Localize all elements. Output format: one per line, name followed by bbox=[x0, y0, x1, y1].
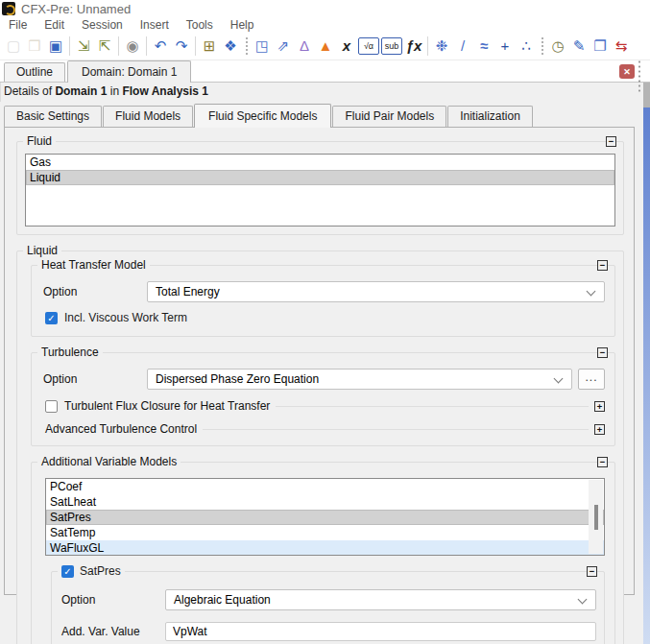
avm-listbox[interactable]: PCoefSatLheatSatPresSatTempWaFluxGL bbox=[45, 478, 605, 556]
panel-splitter-handle[interactable] bbox=[638, 60, 642, 94]
details-header: Details of Domain 1 in Flow Analysis 1 bbox=[0, 83, 650, 102]
ignition-icon[interactable]: ▲ bbox=[315, 36, 336, 57]
open-case-icon: ❒ bbox=[24, 36, 45, 57]
subroutine-icon[interactable]: sub bbox=[381, 37, 402, 55]
report-box-icon[interactable]: ❐ bbox=[590, 36, 611, 57]
workspace-tab-row: Outline Domain: Domain 1 bbox=[0, 60, 650, 83]
satpres-option-select[interactable]: Algebraic Equation bbox=[165, 589, 596, 610]
point-icon[interactable]: + bbox=[494, 36, 516, 57]
turbulence-option-value: Dispersed Phase Zero Equation bbox=[156, 372, 319, 386]
mesh-adaption-icon[interactable]: ❉ bbox=[431, 36, 452, 57]
menu-item-help[interactable]: Help bbox=[222, 18, 263, 32]
line-locator-icon[interactable]: / bbox=[452, 36, 473, 57]
collapse-heat-transfer-button[interactable] bbox=[597, 260, 608, 271]
domain-icon[interactable]: ◳ bbox=[252, 36, 273, 57]
menu-item-insert[interactable]: Insert bbox=[132, 18, 178, 32]
cfx-pre-window: CFX-Pre: Unnamed FileEditSessionInsertTo… bbox=[0, 0, 650, 644]
redo-icon[interactable]: ↷ bbox=[171, 36, 192, 57]
turbulence-more-button[interactable]: ... bbox=[578, 369, 605, 390]
list-item[interactable]: PCoef bbox=[46, 479, 604, 494]
turbulent-flux-label: Turbulent Flux Closure for Heat Transfer bbox=[64, 399, 270, 413]
expand-turbulent-flux-button[interactable] bbox=[594, 401, 605, 412]
expand-advanced-turbulence-button[interactable] bbox=[594, 424, 605, 435]
tab-fluid-pair-models[interactable]: Fluid Pair Models bbox=[332, 106, 446, 127]
menu-item-tools[interactable]: Tools bbox=[178, 18, 222, 32]
source-point-icon[interactable]: Δ bbox=[294, 36, 315, 57]
list-item[interactable]: SatLheat bbox=[46, 494, 604, 510]
list-item[interactable]: SatPres bbox=[46, 510, 604, 525]
tab-domain-domain-1[interactable]: Domain: Domain 1 bbox=[67, 60, 191, 83]
menu-item-edit[interactable]: Edit bbox=[36, 18, 73, 32]
toolbar-separator bbox=[427, 36, 428, 56]
tab-outline[interactable]: Outline bbox=[4, 62, 65, 82]
settings-tab-bar: Basic SettingsFluid ModelsFluid Specific… bbox=[4, 104, 635, 127]
fluid-group-title: Fluid bbox=[23, 134, 56, 148]
turbulence-group: Turbulence Option Dispersed Phase Zero E… bbox=[31, 352, 615, 446]
save-case-icon[interactable]: ▣ bbox=[45, 36, 66, 57]
menu-item-file[interactable]: File bbox=[0, 18, 36, 32]
turbulence-option-label: Option bbox=[43, 372, 147, 386]
collapse-satpres-button[interactable] bbox=[587, 566, 597, 577]
toolbar-separator bbox=[146, 36, 147, 56]
snapshot-camera-icon[interactable]: ◉ bbox=[122, 36, 143, 57]
title-bar: CFX-Pre: Unnamed bbox=[0, 0, 650, 17]
group-rule bbox=[276, 406, 589, 407]
cfx-app-icon bbox=[2, 2, 15, 15]
expressions-icon[interactable]: x bbox=[336, 36, 357, 57]
turbulence-option-select[interactable]: Dispersed Phase Zero Equation bbox=[147, 369, 572, 390]
tab-fluid-models[interactable]: Fluid Models bbox=[103, 106, 193, 127]
viewer-background-edge bbox=[643, 107, 650, 644]
viscous-work-checkbox[interactable] bbox=[45, 312, 58, 324]
heat-option-select[interactable]: Total Energy bbox=[147, 281, 605, 302]
collapse-turbulence-button[interactable] bbox=[597, 347, 608, 358]
details-prefix: Details of bbox=[4, 84, 52, 98]
toolbar-grip bbox=[244, 36, 249, 57]
window-title: CFX-Pre: Unnamed bbox=[21, 2, 131, 16]
boundary-icon[interactable]: ⇗ bbox=[273, 36, 294, 57]
additional-variable-icon[interactable]: √α bbox=[358, 37, 379, 55]
list-item[interactable]: Liquid bbox=[26, 170, 614, 185]
menu-bar: FileEditSessionInsertToolsHelp bbox=[0, 17, 650, 33]
turbulent-flux-checkbox[interactable] bbox=[45, 400, 58, 413]
tab-basic-settings[interactable]: Basic Settings bbox=[4, 106, 102, 127]
fluid-group: Fluid GasLiquid bbox=[16, 141, 624, 235]
solver-write-icon[interactable]: ✎ bbox=[568, 36, 590, 57]
tab-fluid-specific-models[interactable]: Fluid Specific Models bbox=[194, 104, 331, 128]
timestep-clock-icon[interactable]: ◷ bbox=[547, 36, 568, 57]
collapse-fluid-button[interactable] bbox=[606, 136, 616, 147]
fluid-listbox[interactable]: GasLiquid bbox=[25, 154, 615, 227]
satpres-checkbox[interactable] bbox=[61, 565, 74, 578]
add-var-value-input[interactable] bbox=[165, 622, 596, 641]
menu-item-session[interactable]: Session bbox=[73, 18, 132, 32]
import-ccl-icon[interactable]: ⇲ bbox=[73, 36, 94, 57]
satpres-option-value: Algebraic Equation bbox=[174, 593, 271, 607]
toolbar-separator bbox=[69, 36, 70, 56]
viscous-work-label: Incl. Viscous Work Term bbox=[64, 311, 187, 324]
list-item[interactable]: SatTemp bbox=[46, 525, 604, 540]
list-item[interactable]: WaFluxGL bbox=[46, 540, 604, 556]
toolbar-grip bbox=[540, 36, 544, 57]
avm-scrollbar[interactable] bbox=[589, 480, 603, 554]
tab-initialization[interactable]: Initialization bbox=[447, 106, 533, 127]
viewer-edge bbox=[643, 83, 650, 644]
avm-scrollbar-thumb[interactable] bbox=[594, 505, 598, 530]
function-icon[interactable]: ƒx bbox=[403, 36, 424, 57]
import-mesh-icon[interactable]: ⊞ bbox=[199, 36, 220, 57]
toolbar-separator bbox=[118, 36, 119, 56]
toolbar: ▢❒▣⇲⇱◉↶↷⊞❖◳⇗Δ▲x√αsubƒx❉/≈+∴◷✎❐⇆ bbox=[0, 33, 650, 60]
collapse-avm-button[interactable] bbox=[597, 457, 608, 467]
quit-icon[interactable]: ⇆ bbox=[611, 36, 632, 57]
transform-mesh-icon[interactable]: ❖ bbox=[220, 36, 241, 57]
list-item[interactable]: Gas bbox=[26, 155, 614, 170]
heat-transfer-title: Heat Transfer Model bbox=[37, 258, 150, 272]
add-var-value-label: Add. Var. Value bbox=[61, 625, 165, 638]
heat-transfer-group: Heat Transfer Model Option Total Energy … bbox=[31, 265, 615, 337]
polyline-icon[interactable]: ≈ bbox=[473, 36, 494, 57]
point-cloud-icon[interactable]: ∴ bbox=[516, 36, 537, 57]
close-panel-button[interactable] bbox=[619, 64, 635, 79]
fluid-specific-models-panel: Fluid GasLiquid Liquid Heat Transfer Mod… bbox=[4, 127, 635, 595]
export-ccl-icon[interactable]: ⇱ bbox=[94, 36, 115, 57]
toolbar-separator bbox=[195, 36, 196, 56]
avm-title: Additional Variable Models bbox=[37, 455, 181, 468]
undo-icon[interactable]: ↶ bbox=[150, 36, 171, 57]
